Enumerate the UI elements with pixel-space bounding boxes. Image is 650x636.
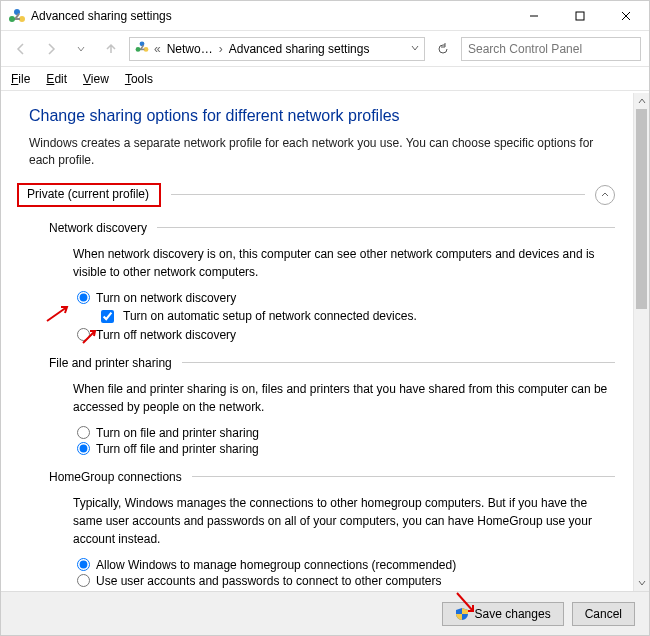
menubar: File Edit View Tools [1, 67, 649, 91]
page-subtitle: Windows creates a separate network profi… [29, 135, 615, 169]
navbar: « Netwo… › Advanced sharing settings Sea… [1, 31, 649, 67]
menu-edit[interactable]: Edit [46, 72, 67, 86]
search-input[interactable]: Search Control Panel [461, 37, 641, 61]
profile-header: Private (current profile) [17, 183, 615, 207]
radio-hg-user[interactable] [77, 574, 90, 587]
save-changes-button[interactable]: Save changes [442, 602, 564, 626]
radio-hg-user-label: Use user accounts and passwords to conne… [96, 574, 442, 588]
address-dropdown-icon[interactable] [410, 42, 420, 56]
breadcrumb-sep-icon: « [154, 42, 161, 56]
file-printer-desc: When file and printer sharing is on, fil… [73, 380, 615, 416]
app-sharing-icon [9, 8, 25, 24]
footer: Save changes Cancel [1, 591, 649, 635]
file-printer-options: Turn on file and printer sharing Turn of… [77, 426, 615, 456]
annotation-arrow-icon [45, 303, 73, 323]
content: Change sharing options for different net… [1, 93, 633, 591]
back-button[interactable] [9, 37, 33, 61]
address-bar[interactable]: « Netwo… › Advanced sharing settings [129, 37, 425, 61]
menu-view[interactable]: View [83, 72, 109, 86]
radio-fp-on-label: Turn on file and printer sharing [96, 426, 259, 440]
radio-fp-off[interactable] [77, 442, 90, 455]
profile-label: Private (current profile) [17, 183, 161, 207]
menu-file[interactable]: File [11, 72, 30, 86]
refresh-button[interactable] [431, 37, 455, 61]
titlebar: Advanced sharing settings [1, 1, 649, 31]
scrollbar-thumb[interactable] [636, 109, 647, 309]
network-discovery-options: Turn on network discovery Turn on automa… [77, 291, 615, 342]
network-discovery-heading: Network discovery [49, 221, 147, 235]
checkbox-nd-auto-label: Turn on automatic setup of network conne… [123, 309, 417, 323]
address-icon [134, 39, 150, 58]
collapse-icon[interactable] [595, 185, 615, 205]
divider [157, 227, 615, 228]
scroll-down-icon[interactable] [634, 575, 649, 591]
chevron-right-icon: › [219, 42, 223, 56]
svg-rect-1 [576, 12, 584, 20]
section-homegroup: HomeGroup connections Typically, Windows… [49, 470, 615, 588]
file-printer-heading: File and printer sharing [49, 356, 172, 370]
maximize-button[interactable] [557, 1, 603, 31]
radio-fp-off-label: Turn off file and printer sharing [96, 442, 259, 456]
breadcrumb-current[interactable]: Advanced sharing settings [227, 42, 372, 56]
homegroup-options: Allow Windows to manage homegroup connec… [77, 558, 615, 588]
divider [182, 362, 615, 363]
page-title: Change sharing options for different net… [29, 107, 615, 125]
radio-nd-on[interactable] [77, 291, 90, 304]
network-discovery-desc: When network discovery is on, this compu… [73, 245, 615, 281]
close-button[interactable] [603, 1, 649, 31]
window-title: Advanced sharing settings [31, 9, 172, 23]
menu-tools[interactable]: Tools [125, 72, 153, 86]
radio-hg-allow-label: Allow Windows to manage homegroup connec… [96, 558, 456, 572]
radio-hg-allow[interactable] [77, 558, 90, 571]
radio-nd-on-label: Turn on network discovery [96, 291, 236, 305]
search-placeholder: Search Control Panel [468, 42, 582, 56]
shield-icon [455, 607, 469, 621]
breadcrumb-network[interactable]: Netwo… [165, 42, 215, 56]
divider [192, 476, 615, 477]
history-dropdown[interactable] [69, 37, 93, 61]
homegroup-desc: Typically, Windows manages the connectio… [73, 494, 615, 548]
save-changes-label: Save changes [475, 607, 551, 621]
up-button[interactable] [99, 37, 123, 61]
forward-button[interactable] [39, 37, 63, 61]
radio-nd-off-label: Turn off network discovery [96, 328, 236, 342]
divider [171, 194, 585, 195]
radio-fp-on[interactable] [77, 426, 90, 439]
cancel-button[interactable]: Cancel [572, 602, 635, 626]
scrollbar[interactable] [633, 93, 649, 591]
section-file-printer: File and printer sharing When file and p… [49, 356, 615, 456]
cancel-label: Cancel [585, 607, 622, 621]
checkbox-nd-auto[interactable] [101, 310, 114, 323]
radio-nd-off[interactable] [77, 328, 90, 341]
homegroup-heading: HomeGroup connections [49, 470, 182, 484]
section-network-discovery: Network discovery When network discovery… [49, 221, 615, 342]
minimize-button[interactable] [511, 1, 557, 31]
scroll-up-icon[interactable] [634, 93, 649, 109]
